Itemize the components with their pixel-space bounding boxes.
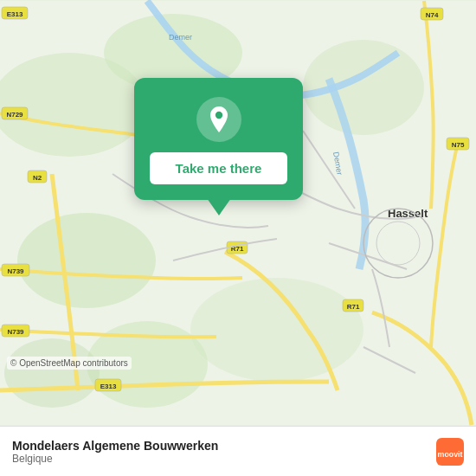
map-copyright: © OpenStreetMap contributors <box>7 357 132 370</box>
location-title: Mondelaers Algemene Bouwwerken <box>12 439 218 453</box>
popup-card: Take me there <box>134 78 303 200</box>
svg-text:E313: E313 <box>100 383 117 390</box>
svg-text:R71: R71 <box>347 303 360 311</box>
location-info: Mondelaers Algemene Bouwwerken Belgique <box>12 439 218 465</box>
svg-text:N74: N74 <box>426 11 439 19</box>
svg-point-7 <box>4 338 100 408</box>
popup-tail <box>207 198 231 215</box>
moovit-logo: moovit <box>436 438 464 466</box>
map-container[interactable]: Demer Demer E313 <box>0 0 476 426</box>
location-pin-icon <box>196 97 241 142</box>
app: Demer Demer E313 <box>0 0 476 476</box>
svg-text:N75: N75 <box>452 141 465 149</box>
take-me-there-button[interactable]: Take me there <box>150 152 287 184</box>
svg-point-4 <box>17 213 156 308</box>
svg-point-3 <box>303 40 424 135</box>
svg-text:N729: N729 <box>6 111 23 119</box>
svg-text:N739: N739 <box>7 267 24 275</box>
location-subtitle: Belgique <box>12 453 218 465</box>
bottom-bar: Mondelaers Algemene Bouwwerken Belgique … <box>0 426 476 476</box>
svg-text:E313: E313 <box>7 10 23 18</box>
moovit-logo-icon: moovit <box>436 438 464 466</box>
svg-text:Demer: Demer <box>169 33 192 42</box>
svg-point-33 <box>215 112 222 119</box>
svg-text:moovit: moovit <box>438 449 463 458</box>
svg-text:N2: N2 <box>33 174 42 182</box>
svg-text:N739: N739 <box>7 328 24 336</box>
